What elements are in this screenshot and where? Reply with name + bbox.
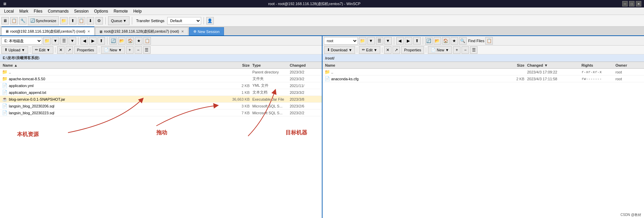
toolbar-btn-3[interactable]: 🔧 — [19, 17, 27, 24]
left-home[interactable]: 🏠 — [126, 37, 134, 45]
menu-help[interactable]: Help — [130, 8, 144, 14]
left-file-row[interactable]: 📄 application.yml 2 KB YML 文件 2021/11/ — [0, 82, 322, 89]
right-action-btn-3[interactable]: ☰ — [470, 46, 477, 54]
tab-session-2[interactable]: 🖥 root@192.168.116.128(虚拟机centos7) (root… — [95, 27, 188, 35]
right-bookmark[interactable]: ★ — [451, 37, 458, 45]
left-action-btn-2[interactable]: − — [135, 46, 142, 54]
right-open[interactable]: 📂 — [434, 37, 441, 45]
right-nav-up[interactable]: ⬆ — [413, 37, 421, 45]
left-nav-up[interactable]: ⬆ — [98, 37, 105, 45]
close-button[interactable]: ✕ — [636, 1, 641, 6]
left-view-btn[interactable]: ☰ — [60, 37, 68, 45]
right-sep-1 — [394, 37, 394, 45]
download-label: Download — [331, 48, 348, 52]
left-nav-btn-1[interactable]: ▼ — [52, 37, 59, 45]
right-properties-button[interactable]: Properties — [401, 46, 424, 54]
right-refresh[interactable]: 🔄 — [425, 37, 433, 45]
tab-session-1[interactable]: 🖥 root@192.168.116.128(虚拟机centos7) (root… — [1, 27, 94, 35]
right-home[interactable]: 🏠 — [442, 37, 450, 45]
right-col-changed-header[interactable]: Changed ▼ — [527, 63, 581, 67]
right-folder-icon-btn[interactable]: 📁 — [359, 37, 366, 45]
menu-mark[interactable]: Mark — [17, 8, 31, 14]
left-btn-2[interactable]: ▼ — [69, 37, 76, 45]
toolbar-btn-8[interactable]: ⚙ — [95, 17, 103, 24]
left-new-button[interactable]: 📄 New ▼ — [101, 46, 125, 54]
toolbar-btn-5[interactable]: ⬆ — [69, 17, 76, 24]
toolbar-btn-6[interactable]: 📋 — [78, 17, 85, 24]
right-col-name-header[interactable]: Name — [324, 63, 504, 67]
right-file-row[interactable]: 📁 .. 2023/4/3 17:09:22 r-xr-xr-x root — [323, 69, 644, 76]
menu-session[interactable]: Session — [71, 8, 91, 14]
right-move-btn[interactable]: ↗ — [393, 46, 400, 54]
right-edit-button[interactable]: ✏ Edit ▼ — [359, 46, 380, 54]
tab-close-1[interactable]: ✕ — [87, 30, 91, 33]
right-copy[interactable]: 📋 — [485, 37, 493, 45]
toolbar-btn-2[interactable]: 📋 — [10, 17, 18, 24]
left-edit-button[interactable]: ✏ Edit ▼ — [32, 46, 53, 54]
toolbar-btn-7[interactable]: ⬇ — [87, 17, 94, 24]
left-bookmark[interactable]: ★ — [135, 37, 142, 45]
toolbar-profile-btn[interactable]: 👤 — [206, 17, 214, 24]
right-nav-btn-1[interactable]: ▼ — [367, 37, 375, 45]
right-drive-select[interactable]: root — [324, 37, 358, 45]
right-delete-btn[interactable]: ✕ — [384, 46, 391, 54]
menu-local[interactable]: Local — [1, 8, 17, 14]
left-nav-back[interactable]: ◀ — [81, 37, 88, 45]
menu-remote[interactable]: Remote — [111, 8, 130, 14]
left-col-name-header[interactable]: Name ▲ — [1, 63, 225, 67]
right-new-button[interactable]: 📄 New ▼ — [428, 46, 452, 54]
minimize-button[interactable]: ─ — [622, 1, 628, 6]
left-file-row[interactable]: 📄 langsin_blog_20230206.sql 3 KB Microso… — [0, 103, 322, 110]
download-button[interactable]: ⬇ Download ▼ — [324, 46, 355, 54]
left-file-row[interactable]: 📁 apache-tomcat-8.5.50 文件夹 2023/3/2 — [0, 76, 322, 82]
new-session-tab[interactable]: ⊕ New Session — [189, 27, 224, 35]
right-action-btn-1[interactable]: + — [453, 46, 460, 54]
left-move-btn[interactable]: ↗ — [66, 46, 73, 54]
left-file-row[interactable]: 📄 application_append.txt 1 KB 文本文档 2023/… — [0, 89, 322, 96]
right-file-row[interactable]: 📄 anaconda-ks.cfg 2 KB 2023/4/3 17:11:58… — [323, 76, 644, 82]
action-sep-1 — [30, 47, 30, 53]
right-view-btn[interactable]: ☰ — [376, 37, 383, 45]
left-col-changed-header[interactable]: Changed — [290, 63, 320, 67]
left-file-row[interactable]: 📄 langsin_blog_20230223.sql 7 KB Microso… — [0, 110, 322, 116]
tab-close-2[interactable]: ✕ — [180, 30, 185, 33]
left-file-row[interactable]: ☕ blog-service-0.0.1-SNAPSHOT.jar 36,663… — [0, 96, 322, 103]
left-drive-select[interactable]: E: 本地磁盘 — [1, 37, 42, 45]
toolbar-btn-1[interactable]: 🖥 — [1, 17, 9, 24]
left-properties-button[interactable]: Properties — [74, 46, 97, 54]
left-col-type-header[interactable]: Type — [253, 63, 290, 67]
right-col-owner-header[interactable]: Owner — [615, 63, 643, 67]
right-file-list[interactable]: Name Size Changed ▼ Rights Owner 📁 .. 20… — [323, 62, 644, 218]
file-changed: 2023/2/6 — [290, 104, 320, 108]
right-search[interactable]: 🔍 — [459, 37, 467, 45]
menu-files[interactable]: Files — [31, 8, 45, 14]
right-action-btn-2[interactable]: − — [462, 46, 469, 54]
synchronize-button[interactable]: 🔄 Synchronize — [28, 16, 59, 25]
left-action-btn-1[interactable]: + — [126, 46, 134, 54]
right-nav-back[interactable]: ◀ — [396, 37, 404, 45]
left-file-row[interactable]: 📁 .. Parent directory 2023/3/2 — [0, 69, 322, 76]
left-refresh[interactable]: 🔄 — [109, 37, 117, 45]
right-col-size-header[interactable]: Size — [503, 63, 527, 67]
menu-options[interactable]: Options — [91, 8, 111, 14]
status-text: CSDN @教材 — [621, 213, 641, 217]
right-btn-2[interactable]: ▼ — [384, 37, 392, 45]
left-copy[interactable]: 📋 — [143, 37, 151, 45]
left-action-btn-3[interactable]: ☰ — [143, 46, 151, 54]
upload-button[interactable]: ⬆ Upload ▼ — [1, 46, 28, 54]
left-open[interactable]: 📂 — [118, 37, 125, 45]
left-delete-btn[interactable]: ✕ — [57, 46, 65, 54]
menu-commands[interactable]: Commands — [45, 8, 71, 14]
right-col-rights-header[interactable]: Rights — [581, 63, 615, 67]
left-folder-icon-btn[interactable]: 📁 — [43, 37, 51, 45]
transfer-settings-select[interactable]: Default — [167, 17, 201, 24]
right-nav-fwd[interactable]: ▶ — [405, 37, 412, 45]
maximize-button[interactable]: □ — [629, 1, 634, 6]
left-file-list[interactable]: Name ▲ Size Type Changed 📁 .. Parent dir… — [0, 62, 322, 218]
menu-bar: Local Mark Files Commands Session Option… — [0, 7, 644, 15]
queue-button[interactable]: Queue ▼ — [108, 16, 130, 25]
tab-label-1: root@192.168.116.128(虚拟机centos7) (root) — [10, 29, 85, 34]
toolbar-btn-4[interactable]: 📁 — [60, 17, 68, 24]
left-col-size-header[interactable]: Size — [225, 63, 253, 67]
left-nav-fwd[interactable]: ▶ — [89, 37, 97, 45]
